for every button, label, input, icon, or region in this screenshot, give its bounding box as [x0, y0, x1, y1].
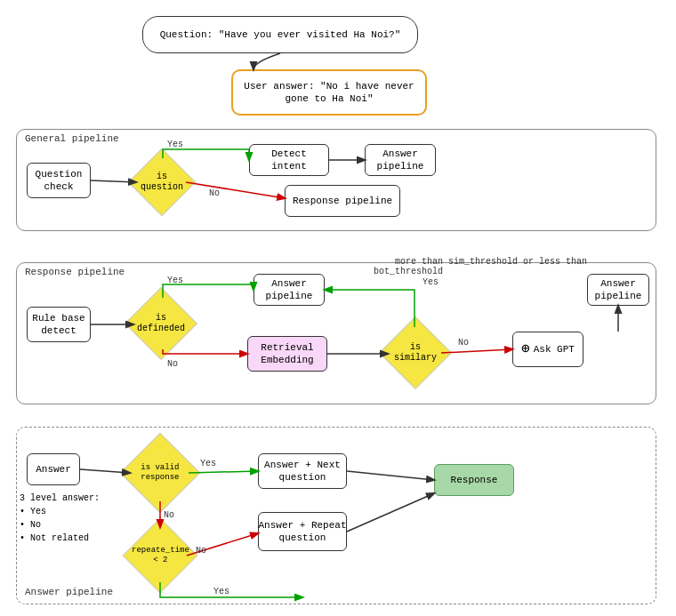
- answer-box: Answer: [27, 453, 80, 485]
- rule-base-box: Rule base detect: [27, 307, 91, 342]
- answer-repeat-box: Answer + Repeat question: [258, 512, 347, 551]
- response-pipeline-box-inner: Response pipeline: [285, 185, 400, 217]
- general-pipeline-label: General pipeline: [25, 133, 119, 144]
- level-answer-label: 3 level answer: • Yes • No • Not related: [20, 492, 100, 545]
- answer-pipeline-response-top: Answer pipeline: [254, 274, 325, 306]
- diagram-container: General pipeline Response pipeline Answe…: [0, 0, 676, 616]
- response-above-label: more than sim_threshold or less than bot…: [374, 247, 587, 286]
- question-box: Question: "Have you ever visited Ha Noi?…: [142, 16, 418, 53]
- user-answer-box: User answer: "No i have never gone to Ha…: [231, 69, 427, 116]
- answer-next-box: Answer + Next question: [258, 453, 347, 489]
- response-box: Response: [434, 464, 514, 496]
- gpt-icon: ⊕: [521, 340, 530, 359]
- response-pipeline-label: Response pipeline: [25, 267, 125, 277]
- detect-intent-box: Detect intent: [249, 144, 329, 176]
- ask-gpt-box: ⊕ Ask GPT: [512, 332, 583, 367]
- answer-pipeline-label: Answer pipeline: [25, 587, 113, 597]
- question-check-box: Question check: [27, 163, 91, 198]
- retrieval-embedding-box: Retrieval Embedding: [247, 336, 327, 372]
- answer-pipeline-response-right: Answer pipeline: [587, 274, 649, 306]
- answer-pipeline-general-box: Answer pipeline: [365, 144, 436, 176]
